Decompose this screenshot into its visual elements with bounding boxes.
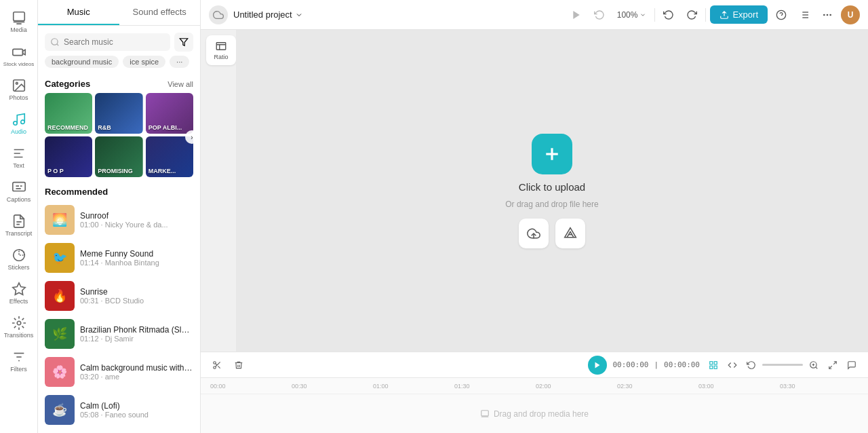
undo-icon	[663, 10, 674, 20]
play-button[interactable]	[588, 356, 607, 375]
track-name: Sunrise	[80, 287, 193, 297]
ruler-mark: 00:00	[209, 383, 290, 390]
text-icon	[12, 146, 26, 161]
tab-sound-effects[interactable]: Sound effects	[119, 0, 201, 25]
undo-icon	[594, 10, 605, 20]
undo-button[interactable]	[659, 5, 678, 24]
trash-icon	[234, 360, 243, 370]
list-item[interactable]: 🌿 Brazilian Phonk Ritmada (Slowed) 01:12…	[38, 315, 200, 353]
ruler-mark: 01:30	[453, 383, 534, 390]
sidebar-item-captions[interactable]: Captions	[3, 175, 35, 208]
filters-icon	[12, 350, 26, 364]
track-info: Calm (Lofi) 05:08 · Faneo sound	[80, 401, 193, 419]
track-name: Calm background music with acoustic...	[80, 363, 193, 373]
audio-icon	[12, 112, 26, 127]
categories-next-arrow[interactable]: ›	[185, 130, 199, 144]
category-promising-label: PROMISING	[98, 168, 133, 174]
sidebar-item-media-label: Media	[10, 26, 27, 33]
sidebar-item-media[interactable]: Media	[3, 5, 35, 38]
list-item[interactable]: 🎵 Lazy Sunday 03:00 · Various	[38, 429, 200, 433]
tag-background-music[interactable]: background music	[45, 56, 119, 68]
storyboard-button[interactable]	[705, 357, 722, 373]
zoom-in-button[interactable]	[806, 357, 822, 373]
undo-preview-button[interactable]	[590, 5, 609, 24]
drop-zone-text: Drag and drop media here	[480, 409, 589, 419]
panel-tabs: Music Sound effects	[38, 0, 200, 26]
svg-point-5	[20, 120, 24, 124]
sidebar-item-stickers[interactable]: Stickers	[3, 243, 35, 276]
upload-button[interactable]	[532, 134, 572, 174]
svg-rect-1	[12, 49, 22, 55]
cloud-upload-button[interactable]	[519, 219, 549, 248]
list-item[interactable]: 🌅 Sunroof 01:00 · Nicky Youre & da...	[38, 201, 200, 239]
category-recommend[interactable]: RECOMMEND	[45, 93, 92, 134]
track-meta: 01:14 · Manhoa Bintang	[80, 259, 193, 267]
svg-point-21	[823, 14, 825, 16]
sidebar-item-transitions[interactable]: Transitions	[3, 311, 35, 343]
comment-button[interactable]	[844, 357, 860, 373]
track-name: Calm (Lofi)	[80, 401, 193, 411]
tab-music[interactable]: Music	[38, 0, 119, 25]
category-market-label: MARKE...	[149, 168, 176, 174]
captions-icon	[12, 180, 26, 195]
volume-slider[interactable]	[762, 364, 803, 366]
category-pop-album[interactable]: POP ALBI...	[146, 93, 193, 134]
track-thumb: 🌅	[45, 205, 75, 235]
sidebar-item-effects[interactable]: Effects	[3, 277, 35, 309]
play-preview-button[interactable]	[567, 5, 586, 24]
tag-more[interactable]: ···	[170, 56, 189, 68]
delete-button[interactable]	[231, 357, 247, 373]
sidebar-item-text[interactable]: Text	[3, 141, 35, 174]
category-market[interactable]: MARKE...	[146, 136, 193, 177]
track-name: Brazilian Phonk Ritmada (Slowed)	[80, 325, 193, 335]
sidebar-item-filters[interactable]: Filters	[3, 345, 35, 377]
effects-icon	[12, 282, 26, 297]
fit-button[interactable]	[825, 357, 841, 373]
avatar[interactable]: U	[841, 5, 860, 24]
drop-zone[interactable]: Drag and drop media here	[201, 394, 868, 433]
export-button[interactable]: Export	[710, 5, 768, 24]
list-item[interactable]: 🐦 Meme Funny Sound 01:14 · Manhoa Bintan…	[38, 239, 200, 277]
scissors-button[interactable]	[209, 357, 225, 373]
chevron-down-icon	[295, 11, 303, 19]
grid-icon	[709, 360, 718, 370]
filter-button[interactable]	[174, 33, 193, 52]
sidebar-item-photos-label: Photos	[9, 94, 28, 101]
zoom-display[interactable]: 100%	[613, 9, 651, 21]
list-item[interactable]: ☕ Calm (Lofi) 05:08 · Faneo sound	[38, 391, 200, 429]
track-thumb: 🌸	[45, 357, 75, 387]
tag-ice-spice[interactable]: ice spice	[123, 56, 165, 68]
ratio-button[interactable]: Ratio	[206, 35, 236, 65]
list-button[interactable]	[795, 5, 814, 24]
sidebar-item-transitions-label: Transitions	[4, 332, 34, 339]
sidebar-item-audio[interactable]: Audio	[3, 107, 35, 140]
more-button[interactable]	[818, 5, 837, 24]
reset-icon	[747, 360, 756, 370]
category-promising[interactable]: PROMISING	[95, 136, 142, 177]
track-meta: 05:08 · Faneo sound	[80, 411, 193, 419]
project-name[interactable]: Untitled project	[233, 10, 303, 20]
sidebar-item-photos[interactable]: Photos	[3, 73, 35, 106]
svg-line-31	[218, 366, 220, 368]
timeline-toolbar: 00:00:00 | 00:00:00	[201, 352, 868, 378]
svg-rect-0	[13, 12, 24, 21]
google-drive-button[interactable]	[555, 219, 585, 248]
timeline: 00:00:00 | 00:00:00	[201, 352, 868, 433]
list-item[interactable]: 🔥 Sunrise 00:31 · BCD Studio	[38, 277, 200, 315]
sidebar-item-transcript[interactable]: Transcript	[3, 209, 35, 242]
code-button[interactable]	[724, 357, 741, 373]
help-button[interactable]	[772, 5, 791, 24]
category-pop[interactable]: P O P	[45, 136, 92, 177]
zoom-in-icon	[809, 360, 818, 370]
search-input[interactable]	[64, 37, 165, 47]
track-info: Calm background music with acoustic... 0…	[80, 363, 193, 381]
redo-button[interactable]	[682, 5, 701, 24]
sidebar-item-stock-videos[interactable]: Stock videos	[3, 39, 35, 72]
category-rb[interactable]: R&B	[95, 93, 142, 134]
photos-icon	[12, 78, 26, 93]
list-item[interactable]: 🌸 Calm background music with acoustic...…	[38, 353, 200, 391]
playback-controls: 00:00:00 | 00:00:00	[252, 356, 700, 375]
view-all-button[interactable]: View all	[167, 80, 193, 88]
play-icon	[571, 10, 582, 20]
reset-button[interactable]	[743, 357, 760, 373]
